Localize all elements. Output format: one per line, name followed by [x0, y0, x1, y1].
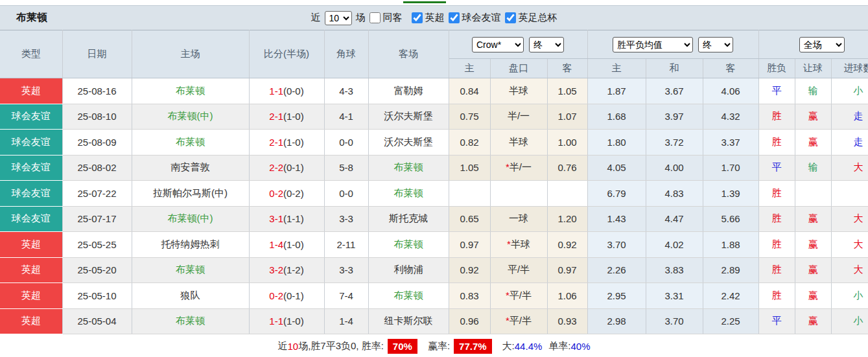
away-team-cell[interactable]: 布莱顿 — [368, 181, 449, 207]
away-team-name[interactable]: 利物浦 — [394, 264, 423, 275]
handicap-result-cell: 赢 — [795, 257, 831, 283]
avg-odds-home: 1.80 — [587, 130, 646, 155]
home-team-name[interactable]: 南安普敦 — [171, 161, 210, 172]
home-team-cell[interactable]: 布莱顿 — [132, 308, 249, 334]
handicap-line-text: 平/半 — [508, 264, 530, 275]
avg-odds-away: 4.32 — [703, 104, 758, 130]
summary-bar: 近10场,胜7平3负0, 胜率: 70% 赢率: 77.7% 大:44.4% 单… — [0, 334, 868, 357]
handicap-win-label: 赢率: — [428, 340, 450, 352]
away-team-name[interactable]: 布莱顿 — [394, 238, 423, 249]
average-odds-select[interactable]: 胜平负均值 — [613, 37, 693, 52]
home-team-name[interactable]: 布莱顿 — [176, 85, 205, 96]
match-date: 25-07-22 — [62, 181, 132, 207]
away-team-cell[interactable]: 斯托克城 — [368, 206, 449, 232]
away-team-cell[interactable]: 利物浦 — [368, 257, 449, 283]
handicap-odds-home: 0.82 — [449, 130, 490, 155]
away-team-cell[interactable]: 布莱顿 — [368, 283, 449, 309]
away-team-name[interactable]: 布莱顿 — [394, 290, 423, 301]
filter-checkbox-friendly[interactable] — [449, 12, 460, 23]
goals-result-cell: 大 — [831, 206, 868, 232]
halftime-score: (0-2) — [283, 188, 304, 199]
home-team-cell[interactable]: 布莱顿 — [132, 78, 249, 104]
result-cell: 胜 — [758, 257, 795, 283]
away-team-name[interactable]: 纽卡斯尔联 — [384, 315, 433, 326]
home-team-cell[interactable]: 托特纳姆热刺 — [132, 232, 249, 258]
match-history-page: 布莱顿 近 10 场 同客 英超 球会友谊 英足总杯 — [0, 0, 868, 357]
odds-company-select[interactable]: Crow* — [472, 37, 524, 52]
avg-odds-home: 2.26 — [587, 257, 646, 283]
avg-odds-draw: 3.72 — [646, 130, 703, 155]
matches-table-wrap: 类型 日期 主场 比分(半场) 角球 客场 Crow* 终 — [0, 30, 868, 334]
handicap-odds-home: 0.75 — [449, 104, 490, 130]
handicap-line-text: 半球 — [509, 136, 528, 147]
recent-count-select[interactable]: 10 — [325, 11, 352, 25]
result-cell: 胜 — [758, 206, 795, 232]
handicap-result-cell: 输 — [795, 155, 831, 181]
filter-checkbox-epl[interactable] — [412, 12, 423, 23]
home-team-cell[interactable]: 狼队 — [132, 283, 249, 309]
result-cell: 平 — [758, 308, 795, 334]
avg-odds-away: 1.88 — [703, 232, 758, 258]
away-team-name[interactable]: 富勒姆 — [394, 85, 423, 96]
average-final-select[interactable]: 终 — [698, 37, 733, 52]
handicap-result-cell: 赢 — [795, 232, 831, 258]
halftime-score: (1-0) — [283, 111, 304, 122]
corners-cell: 0-0 — [324, 130, 368, 155]
filter-checkbox-facup[interactable] — [505, 12, 516, 23]
home-team-name[interactable]: 布莱顿 — [176, 264, 205, 275]
handicap-line-text: 半/一 — [508, 110, 530, 121]
away-team-name[interactable]: 布莱顿 — [394, 187, 423, 198]
away-team-name[interactable]: 沃尔夫斯堡 — [384, 110, 433, 121]
away-team-name[interactable]: 沃尔夫斯堡 — [384, 136, 433, 147]
away-team-cell[interactable]: 布莱顿 — [368, 232, 449, 258]
corners-cell: 4-1 — [324, 104, 368, 130]
score-cell: 1-1(0-0) — [249, 78, 324, 104]
fulltime-score: 3-2 — [269, 264, 283, 275]
away-team-cell[interactable]: 富勒姆 — [368, 78, 449, 104]
same-away-checkbox[interactable] — [369, 12, 381, 23]
home-team-name[interactable]: 拉斯帕尔马斯(中) — [153, 187, 228, 198]
match-date: 25-05-20 — [62, 257, 132, 283]
table-row: 球会友谊 25-07-17 布莱顿(中) 3-1(1-1) 3-3 斯托克城 0… — [0, 206, 868, 232]
away-team-cell[interactable]: 沃尔夫斯堡 — [368, 130, 449, 155]
matches-table: 类型 日期 主场 比分(半场) 角球 客场 Crow* 终 — [0, 30, 868, 334]
col-header-date: 日期 — [62, 30, 132, 78]
handicap-odds-home: 0.97 — [449, 232, 490, 258]
corners-cell: 3-3 — [324, 206, 368, 232]
table-row: 英超 25-08-16 布莱顿 1-1(0-0) 4-3 富勒姆 0.84 半球… — [0, 78, 868, 104]
match-type-badge: 球会友谊 — [0, 181, 62, 207]
goals-result-cell — [831, 181, 868, 207]
home-team-name[interactable]: 布莱顿 — [176, 315, 205, 326]
handicap-final-select[interactable]: 终 — [529, 37, 564, 52]
avg-odds-draw: 4.00 — [646, 155, 703, 181]
home-team-name[interactable]: 托特纳姆热刺 — [161, 238, 220, 249]
home-team-cell[interactable]: 拉斯帕尔马斯(中) — [132, 181, 249, 207]
filter-controls: 近 10 场 同客 英超 球会友谊 英足总杯 — [311, 11, 557, 25]
avg-odds-draw: 3.97 — [646, 104, 703, 130]
home-team-cell[interactable]: 布莱顿 — [132, 130, 249, 155]
single-pct: 40% — [571, 341, 591, 352]
away-team-name[interactable]: 斯托克城 — [389, 213, 428, 224]
home-team-cell[interactable]: 南安普敦 — [132, 155, 249, 181]
handicap-odds-home: 0.65 — [449, 206, 490, 232]
home-team-name[interactable]: 布莱顿 — [176, 136, 205, 147]
away-team-name[interactable]: 布莱顿 — [394, 161, 423, 172]
home-team-name[interactable]: 布莱顿(中) — [168, 110, 213, 121]
avg-odds-away: 3.37 — [703, 130, 758, 155]
score-cell: 3-2(1-2) — [249, 257, 324, 283]
summary-recent-label: 近 — [277, 340, 287, 352]
handicap-odds-away: 0.97 — [547, 257, 587, 283]
away-team-cell[interactable]: 纽卡斯尔联 — [368, 308, 449, 334]
home-team-name[interactable]: 布莱顿(中) — [168, 213, 213, 224]
home-team-cell[interactable]: 布莱顿 — [132, 257, 249, 283]
scope-select[interactable]: 全场 — [799, 37, 845, 52]
col-header-corners: 角球 — [324, 30, 368, 78]
away-team-cell[interactable]: 沃尔夫斯堡 — [368, 104, 449, 130]
avg-odds-draw: 4.47 — [646, 206, 703, 232]
away-team-cell[interactable]: 布莱顿 — [368, 155, 449, 181]
home-team-cell[interactable]: 布莱顿(中) — [132, 206, 249, 232]
subcol-goals: 进球数 — [831, 59, 868, 78]
home-team-cell[interactable]: 布莱顿(中) — [132, 104, 249, 130]
handicap-line: *平/半 — [490, 283, 547, 309]
home-team-name[interactable]: 狼队 — [181, 290, 200, 301]
